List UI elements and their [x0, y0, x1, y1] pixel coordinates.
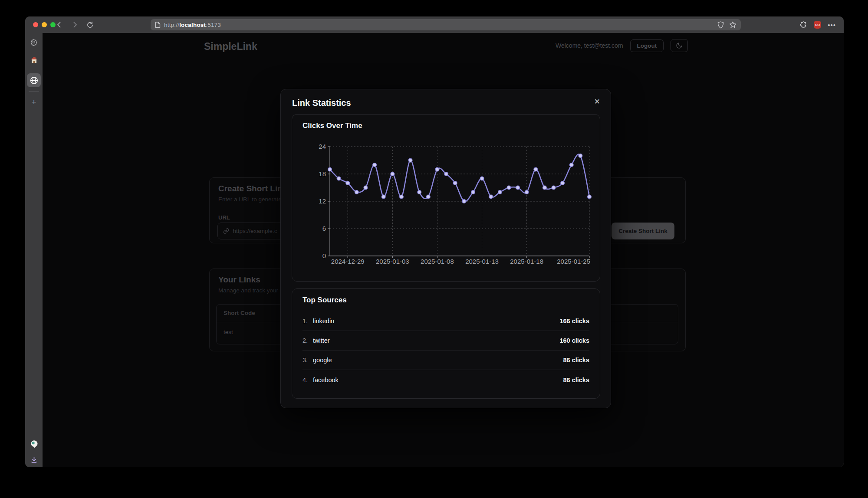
source-name: facebook: [313, 377, 339, 383]
chart-title: Clicks Over Time: [302, 121, 362, 130]
source-clicks: 166 clicks: [559, 318, 589, 324]
clicks-over-time-chart: 061218242024-12-292025-01-032025-01-0820…: [297, 136, 595, 275]
source-name: twitter: [313, 337, 330, 344]
modal-close-button[interactable]: ✕: [592, 95, 602, 108]
links-card-title: Your Links: [218, 275, 260, 285]
svg-text:2025-01-03: 2025-01-03: [376, 258, 409, 265]
source-row: 3.google86 clicks: [302, 351, 589, 370]
top-sources-list: 1.linkedin166 clicks2.twitter160 clicks3…: [302, 311, 589, 390]
sidebar-divider: [29, 91, 39, 92]
source-name: linkedin: [313, 318, 334, 324]
browser-window: http://localhost:5173 UO •••: [25, 16, 844, 467]
source-name: google: [313, 357, 332, 364]
create-card-title: Create Short Link: [218, 184, 287, 193]
forward-button[interactable]: [70, 20, 80, 29]
svg-text:2025-01-08: 2025-01-08: [421, 258, 454, 265]
ublock-extension-icon[interactable]: UO: [814, 21, 821, 29]
source-clicks: 86 clicks: [563, 357, 589, 364]
svg-text:2025-01-13: 2025-01-13: [465, 258, 499, 265]
menu-dots-icon[interactable]: •••: [828, 22, 836, 28]
moon-icon: [676, 42, 683, 49]
logout-button[interactable]: Logout: [630, 39, 664, 52]
link-statistics-modal: Link Statistics ✕ Clicks Over Time 06121…: [280, 89, 611, 408]
page-icon: [155, 22, 161, 28]
svg-text:18: 18: [319, 170, 326, 177]
svg-text:0: 0: [322, 252, 326, 259]
downloads-icon[interactable]: [25, 456, 43, 464]
svg-text:2025-01-25: 2025-01-25: [557, 258, 590, 265]
create-short-link-button[interactable]: Create Short Link: [612, 223, 674, 239]
source-clicks: 160 clicks: [559, 337, 589, 344]
welcome-text: Welcome, test@test.com: [556, 42, 623, 49]
url-field-label: URL: [218, 214, 230, 221]
source-row: 4.facebook86 clicks: [302, 370, 589, 390]
svg-text:2024-12-29: 2024-12-29: [331, 258, 365, 265]
link-row-shortcode: test: [224, 329, 233, 335]
top-sources-panel: Top Sources 1.linkedin166 clicks2.twitte…: [292, 288, 600, 399]
reload-button[interactable]: [85, 20, 95, 29]
dark-mode-toggle[interactable]: [671, 39, 688, 52]
extensions-puzzle-icon[interactable]: [799, 21, 807, 29]
source-row: 1.linkedin166 clicks: [302, 311, 589, 331]
address-bar[interactable]: http://localhost:5173: [151, 19, 741, 30]
clicks-chart-panel: Clicks Over Time 061218242024-12-292025-…: [292, 114, 600, 282]
app-brand: SimpleLink: [204, 41, 257, 52]
shield-icon[interactable]: [717, 21, 724, 29]
desktop: http://localhost:5173 UO •••: [0, 0, 868, 498]
bookmark-star-icon[interactable]: [729, 21, 736, 28]
svg-text:6: 6: [322, 225, 326, 232]
links-card-subtitle: Manage and track your: [218, 287, 278, 294]
link-icon: [223, 228, 229, 234]
modal-title: Link Statistics: [292, 98, 351, 108]
browser-profile-logo[interactable]: [25, 440, 43, 448]
globe-icon: [30, 76, 38, 85]
top-sources-title: Top Sources: [302, 296, 347, 305]
source-rank: 1.: [302, 318, 313, 324]
url-text: http://localhost:5173: [164, 22, 221, 28]
svg-text:2025-01-18: 2025-01-18: [510, 258, 543, 265]
sidebar-tab-home[interactable]: [25, 56, 43, 63]
svg-text:24: 24: [319, 143, 326, 150]
browser-toolbar: http://localhost:5173 UO •••: [25, 16, 844, 33]
ublock-badge-text: UO: [815, 23, 820, 26]
source-rank: 4.: [302, 377, 313, 383]
minimize-window-button[interactable]: [42, 22, 47, 27]
close-window-button[interactable]: [33, 22, 38, 27]
source-row: 2.twitter160 clicks: [302, 331, 589, 351]
page-content: SimpleLink Welcome, test@test.com Logout…: [43, 33, 844, 467]
source-rank: 2.: [302, 337, 313, 344]
sidebar-tab-active[interactable]: [27, 73, 41, 87]
source-rank: 3.: [302, 357, 313, 364]
back-button[interactable]: [54, 20, 63, 29]
home-favicon-icon: [30, 56, 38, 63]
create-card-subtitle: Enter a URL to generate: [218, 196, 282, 203]
svg-text:12: 12: [319, 197, 326, 205]
new-tab-plus-button[interactable]: +: [25, 98, 43, 106]
links-column-header: Short Code: [224, 310, 255, 316]
settings-gear-icon[interactable]: [25, 38, 43, 46]
source-clicks: 86 clicks: [563, 377, 589, 383]
browser-sidebar: +: [25, 33, 43, 467]
